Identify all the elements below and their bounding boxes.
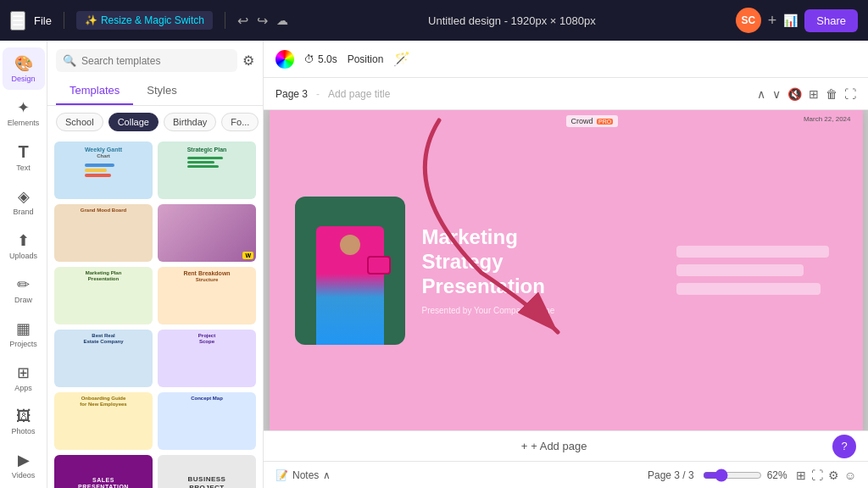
sidebar-item-projects[interactable]: ▦ Projects — [3, 313, 45, 355]
sidebar-item-draw[interactable]: ✏ Draw — [3, 269, 45, 311]
search-input[interactable] — [81, 55, 231, 67]
chevron-up-icon: ∧ — [323, 469, 331, 481]
plus-icon: + — [521, 440, 528, 452]
redo-button[interactable]: ↪ — [257, 13, 268, 29]
sidebar-label-uploads: Uploads — [9, 252, 37, 260]
template-card[interactable]: Project Scope — [158, 330, 256, 387]
brand-icon: ◈ — [18, 187, 30, 206]
sidebar-label-elements: Elements — [8, 119, 40, 127]
template-card[interactable]: W — [158, 204, 256, 262]
videos-icon: ▶ — [18, 451, 30, 469]
sidebar-label-text: Text — [16, 164, 31, 172]
search-input-wrap[interactable]: 🔍 — [56, 49, 237, 72]
template-card[interactable]: Rent Breakdown Structure — [158, 267, 256, 324]
zoom-slider[interactable] — [703, 469, 762, 482]
template-card[interactable]: SALESPRESENTATION — [54, 455, 153, 488]
chip-more[interactable]: Fo... — [221, 113, 259, 131]
undo-button[interactable]: ↩ — [237, 13, 248, 29]
duration-badge[interactable]: ⏱ 5.0s — [304, 53, 337, 65]
tab-styles[interactable]: Styles — [133, 77, 190, 105]
sidebar-item-uploads[interactable]: ⬆ Uploads — [3, 225, 45, 267]
resize-magic-switch-button[interactable]: ✨ Resize & Magic Switch — [76, 11, 213, 30]
filter-chips: School Collage Birthday Fo... — [47, 106, 263, 138]
chip-birthday[interactable]: Birthday — [164, 113, 216, 131]
sidebar-label-apps: Apps — [14, 384, 32, 392]
template-card[interactable]: Grand Mood Board — [54, 204, 153, 262]
sidebar-item-apps[interactable]: ⊞ Apps — [3, 357, 45, 399]
grid-view-icon[interactable]: ⊞ — [809, 87, 819, 101]
expand-icon[interactable]: ⛶ — [844, 87, 856, 101]
add-page-button[interactable]: + + Add page — [275, 440, 832, 452]
projects-icon: ▦ — [16, 319, 31, 338]
analytics-icon[interactable]: 📊 — [783, 14, 798, 27]
add-page-title[interactable]: Add page title — [328, 88, 390, 100]
elements-icon: ✦ — [17, 98, 30, 117]
template-card[interactable]: Concept Map — [158, 392, 256, 450]
status-bar-right: Page 3 / 3 62% ⊞ ⛶ ⚙ ☺ — [648, 469, 856, 482]
sidebar-item-photos[interactable]: 🖼 Photos — [3, 401, 45, 442]
sidebar-icons: 🎨 Design ✦ Elements T Text ◈ Brand ⬆ Upl… — [0, 41, 47, 488]
nav-up-button[interactable]: ∧ — [757, 87, 765, 101]
cloud-save-icon: ☁ — [276, 14, 288, 27]
template-card[interactable]: BUSINESSPROJECT — [158, 455, 256, 488]
speaker-icon[interactable]: 🔇 — [787, 87, 802, 101]
sidebar-item-videos[interactable]: ▶ Videos — [3, 444, 45, 486]
color-wheel[interactable] — [275, 50, 294, 69]
help-button[interactable]: ? — [832, 435, 856, 458]
share-button[interactable]: Share — [804, 9, 858, 32]
topbar: ☰ File ✨ Resize & Magic Switch ↩ ↪ ☁ Unt… — [0, 0, 868, 41]
design-icon: 🎨 — [14, 54, 33, 73]
sec-toolbar: ⏱ 5.0s Position 🪄 — [264, 41, 868, 78]
file-menu[interactable]: File — [34, 14, 52, 27]
fullscreen-button[interactable]: ⛶ — [811, 469, 823, 482]
magic-wand-icon[interactable]: 🪄 — [393, 51, 410, 67]
design-title: Untitled design - 1920px × 1080px — [428, 14, 596, 27]
search-bar: 🔍 ⚙ — [47, 41, 263, 77]
canvas-toolbar: Page 3 - Add page title ∧ ∨ 🔇 ⊞ 🗑 ⛶ — [264, 78, 868, 110]
slide-content: Crowd PRO March 22, 2024 — [270, 110, 863, 430]
notes-button[interactable]: 📝 Notes ∧ — [275, 469, 331, 481]
divider — [64, 12, 64, 29]
filter-icon[interactable]: ⚙ — [242, 53, 254, 69]
grid-view-button[interactable]: ⊞ — [796, 469, 806, 482]
chip-school[interactable]: School — [56, 113, 103, 131]
tabs-row: Templates Styles — [47, 77, 263, 106]
deco-bar — [676, 264, 804, 276]
template-card[interactable]: Onboarding Guide for New Employees — [54, 392, 153, 450]
slide-green-card — [295, 197, 405, 345]
page-label: Page 3 — [275, 88, 308, 100]
sidebar-item-brand[interactable]: ◈ Brand — [3, 180, 45, 223]
slide-title: Marketing Strategy Presentation — [422, 225, 555, 298]
template-card[interactable]: Weekly Gantt Chart — [54, 141, 153, 199]
sidebar-item-text[interactable]: T Text — [3, 136, 45, 179]
tab-templates[interactable]: Templates — [56, 77, 133, 105]
chip-collage[interactable]: Collage — [108, 113, 159, 131]
template-card[interactable]: Strategic Plan — [158, 141, 256, 199]
template-card[interactable]: Marketing Plan Presentation — [54, 267, 153, 324]
feedback-button[interactable]: ☺ — [844, 469, 856, 482]
canvas-area[interactable]: Crowd PRO March 22, 2024 — [264, 110, 868, 430]
sidebar-label-videos: Videos — [12, 471, 35, 480]
draw-icon: ✏ — [17, 275, 30, 294]
content-area: 🎨 Design ✦ Elements T Text ◈ Brand ⬆ Upl… — [0, 41, 868, 488]
add-collaborator-button[interactable]: + — [768, 12, 777, 30]
zoom-slider-wrap: 62% — [703, 469, 787, 482]
nav-down-button[interactable]: ∨ — [772, 87, 781, 101]
hamburger-button[interactable]: ☰ — [10, 11, 25, 30]
sidebar-item-elements[interactable]: ✦ Elements — [3, 92, 45, 134]
sidebar-item-design[interactable]: 🎨 Design — [3, 47, 45, 90]
topbar-right: SC + 📊 Share — [736, 8, 858, 33]
settings-button[interactable]: ⚙ — [828, 469, 839, 482]
template-card[interactable]: Best Real Estate Company — [54, 330, 153, 387]
notes-icon: 📝 — [275, 469, 288, 481]
position-button[interactable]: Position — [348, 53, 384, 65]
apps-icon: ⊞ — [17, 363, 30, 382]
deco-bar — [676, 283, 821, 295]
magic-wand-icon: ✨ — [85, 14, 97, 26]
divider2 — [225, 12, 225, 29]
photos-icon: 🖼 — [16, 408, 31, 425]
slide-decorations — [676, 246, 829, 295]
delete-icon[interactable]: 🗑 — [826, 87, 837, 101]
avatar[interactable]: SC — [736, 8, 761, 33]
slide-date: March 22, 2024 — [804, 115, 851, 123]
